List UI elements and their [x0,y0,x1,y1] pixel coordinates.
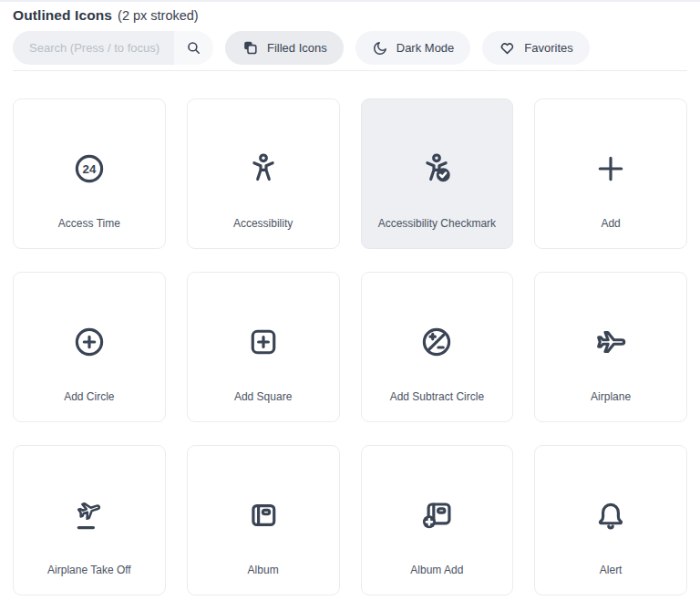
album-add-icon [419,498,454,533]
icon-wrap [72,446,107,564]
add-icon [593,151,628,186]
svg-text:24: 24 [82,161,96,175]
favorites-label: Favorites [524,41,572,55]
icon-card-album-add[interactable]: Album Add [361,445,514,595]
icon-wrap [246,446,281,564]
icon-wrap [593,273,628,390]
icon-card-label: Album [242,564,284,576]
page-subtitle: (2 px stroked) [118,8,199,23]
icon-card-label: Add [595,217,625,230]
icon-card-album[interactable]: Album [187,445,340,595]
icon-wrap [246,99,281,217]
add-circle-icon [72,325,107,359]
accessibility-icon [246,151,281,186]
header: Outlined Icons (2 px stroked) Filled Ico… [0,2,700,71]
icon-wrap [419,99,454,217]
icon-card-accessibility-checkmark[interactable]: Accessibility Checkmark [361,98,514,249]
album-icon [246,498,281,533]
icon-card-add-square[interactable]: Add Square [187,272,340,422]
controls-row: Filled Icons Dark Mode Favorites [13,31,687,65]
icon-wrap [419,273,454,390]
icon-card-access-time[interactable]: 24 Access Time [13,98,166,249]
accessibility-checkmark-icon [419,151,454,186]
add-subtract-circle-icon [419,325,454,359]
search-input[interactable] [13,31,174,65]
icon-card-label: Airplane Take Off [42,564,137,576]
favorites-toggle[interactable]: Favorites [482,31,589,65]
alert-icon [593,498,628,533]
icon-card-add[interactable]: Add [534,98,687,249]
icon-wrap [419,446,454,564]
airplane-take-off-icon [72,498,107,533]
airplane-icon [593,325,628,359]
icon-wrap [246,273,281,390]
add-square-icon [246,325,281,359]
filled-icons-icon [242,39,259,57]
icon-card-airplane[interactable]: Airplane [534,272,687,422]
dark-mode-toggle[interactable]: Dark Mode [355,31,471,65]
icon-grid: 24 Access Time Accessibility Accessibili… [0,71,700,611]
icon-card-add-circle[interactable]: Add Circle [13,272,166,422]
title-row: Outlined Icons (2 px stroked) [13,7,687,26]
filled-icons-toggle[interactable]: Filled Icons [225,31,344,65]
icon-card-alert[interactable]: Alert [534,445,687,595]
icon-card-label: Access Time [53,217,126,230]
access-time-icon: 24 [72,151,107,186]
icon-card-label: Add Subtract Circle [385,390,489,403]
search-bar [13,31,213,65]
icon-card-label: Airplane [585,390,636,403]
icon-card-label: Add Square [229,390,297,403]
icon-card-label: Accessibility [228,217,298,230]
search-button[interactable] [174,31,213,65]
filled-icons-label: Filled Icons [267,41,327,55]
icon-card-accessibility[interactable]: Accessibility [187,98,340,249]
dark-mode-icon [372,40,388,57]
search-icon [185,39,202,57]
icon-card-add-subtract-circle[interactable]: Add Subtract Circle [361,272,514,422]
icon-card-airplane-take-off[interactable]: Airplane Take Off [13,445,166,595]
icon-card-label: Accessibility Checkmark [373,217,501,230]
dark-mode-label: Dark Mode [396,41,455,55]
page-title: Outlined Icons [13,7,112,24]
icon-wrap [593,99,628,217]
icon-wrap [593,446,628,564]
icon-wrap: 24 [72,99,107,217]
heart-icon [499,39,516,57]
icon-card-label: Album Add [405,564,468,576]
icon-card-label: Alert [594,564,628,576]
icon-card-label: Add Circle [58,390,119,403]
icon-wrap [72,273,107,390]
